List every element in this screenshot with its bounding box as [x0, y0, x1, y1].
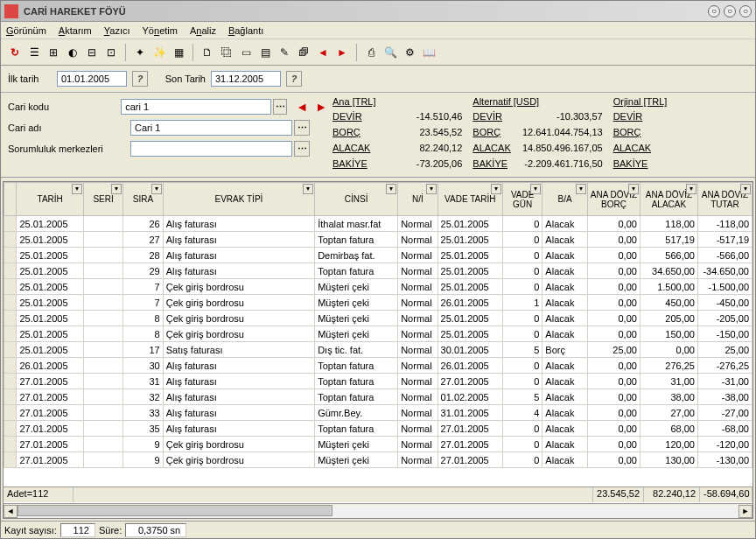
summary-devir-lbl-2[interactable]: DEVİR	[613, 111, 643, 122]
col-header-7[interactable]: VADE GÜN▾	[502, 183, 542, 216]
scroll-right-icon[interactable]: ►	[738, 505, 752, 518]
sort-icon-10[interactable]: ▾	[686, 184, 696, 194]
menu-yonetim[interactable]: Yönetim	[143, 25, 178, 36]
minimize-button[interactable]: ○	[708, 5, 720, 18]
col-header-5[interactable]: N/İ▾	[398, 183, 438, 216]
sort-icon-4[interactable]: ▾	[386, 184, 396, 194]
menu-gorunum[interactable]: Görünüm	[6, 25, 46, 36]
summary-alacak-lbl-1[interactable]: ALACAK	[472, 143, 510, 153]
menu-baglanti[interactable]: Bağlantı	[228, 25, 263, 36]
note-icon[interactable]: 🗊	[295, 44, 312, 61]
cari-adi-label: Cari adı	[8, 122, 130, 133]
next-icon[interactable]: ►	[333, 44, 351, 61]
last-date-input[interactable]	[211, 71, 281, 87]
tool-icon-5[interactable]: ▭	[237, 44, 255, 61]
summary-bakiye-lbl-1[interactable]: BAKİYE	[472, 158, 508, 169]
sort-icon-9[interactable]: ▾	[628, 184, 639, 194]
book-icon[interactable]: 📖	[420, 44, 438, 61]
sort-icon-3[interactable]: ▾	[303, 184, 313, 194]
col-header-4[interactable]: CİNSİ▾	[315, 183, 398, 216]
menu-yazici[interactable]: Yazıcı	[104, 25, 130, 36]
next-record-icon[interactable]: ►	[315, 100, 327, 114]
sorumluluk-input[interactable]	[130, 141, 292, 157]
menu-analiz[interactable]: Analiz	[190, 25, 216, 36]
table-row[interactable]: 25.01.200529Alış faturası Toptan faturaN…	[4, 263, 752, 279]
table-row[interactable]: 25.01.200517Satış faturası Dış tic. fat.…	[4, 342, 752, 358]
edit-icon[interactable]: ✎	[276, 44, 293, 61]
menu-aktarim[interactable]: Aktarım	[59, 25, 92, 36]
col-header-11[interactable]: ANA DÖVİZ TUTAR▾	[697, 183, 752, 216]
sort-icon-6[interactable]: ▾	[491, 184, 501, 194]
col-header-0[interactable]: TARİH▾	[17, 183, 83, 216]
col-header-8[interactable]: B/A▾	[542, 183, 588, 216]
table-row[interactable]: 25.01.200528Alış faturası Demirbaş fat.N…	[4, 248, 752, 263]
maximize-button[interactable]: ○	[724, 5, 736, 18]
cari-kodu-lookup[interactable]: ⋯	[273, 99, 288, 115]
table-row[interactable]: 27.01.20059Çek giriş bordrosu Müşteri çe…	[4, 437, 752, 452]
sort-icon-11[interactable]: ▾	[740, 184, 751, 194]
sort-icon-7[interactable]: ▾	[530, 184, 541, 194]
data-grid[interactable]: TARİH▾SERİ▾SIRA▾EVRAK TİPİ▾CİNSİ▾N/İ▾VAD…	[4, 182, 752, 468]
table-row[interactable]: 25.01.20057Çek giriş bordrosu Müşteri çe…	[4, 295, 752, 311]
summary-bakiye-lbl-2[interactable]: BAKİYE	[613, 158, 648, 169]
wand-icon[interactable]: ✦	[131, 44, 149, 61]
tool-icon-1[interactable]: ☰	[25, 44, 43, 61]
table-row[interactable]: 25.01.200527Alış faturası Toptan faturaN…	[4, 232, 752, 248]
col-header-10[interactable]: ANA DÖVİZ ALACAK▾	[640, 183, 697, 216]
table-row[interactable]: 27.01.200531Alış faturası Toptan faturaN…	[4, 374, 752, 389]
summary-borc-lbl-0[interactable]: BORÇ	[332, 127, 360, 137]
preview-icon[interactable]: 🔍	[382, 44, 399, 61]
summary-devir-lbl-1[interactable]: DEVİR	[472, 111, 502, 122]
prev-icon[interactable]: ◄	[314, 44, 332, 61]
horizontal-scrollbar[interactable]: ◄ ►	[4, 503, 752, 518]
new-doc-icon[interactable]: 🗋	[199, 44, 216, 61]
summary-devir-lbl-0[interactable]: DEVİR	[332, 111, 362, 122]
col-header-1[interactable]: SERİ▾	[83, 183, 122, 216]
summary-borc-lbl-2[interactable]: BORÇ	[613, 127, 641, 137]
summary-borc-lbl-1[interactable]: BORÇ	[472, 127, 500, 137]
table-row[interactable]: 27.01.200533Alış faturası Gümr.Bey.Norma…	[4, 405, 752, 421]
col-header-9[interactable]: ANA DÖVİZ BORÇ▾	[587, 183, 640, 216]
cari-kodu-input[interactable]	[121, 99, 270, 115]
chart-icon[interactable]: ◐	[64, 44, 81, 61]
settings-icon[interactable]: ⚙	[401, 44, 418, 61]
scroll-left-icon[interactable]: ◄	[4, 505, 18, 518]
sort-icon-0[interactable]: ▾	[72, 184, 82, 194]
sorumluluk-lookup[interactable]: ⋯	[294, 141, 310, 157]
table-row[interactable]: 27.01.200535Alış faturası Toptan faturaN…	[4, 421, 752, 437]
tool-icon-6[interactable]: ▤	[256, 44, 274, 61]
prev-record-icon[interactable]: ◄	[296, 100, 308, 114]
cari-adi-input[interactable]	[130, 120, 292, 136]
summary-bakiye-lbl-0[interactable]: BAKİYE	[332, 158, 368, 169]
tool-icon-3[interactable]: ⊡	[102, 44, 120, 61]
refresh-icon[interactable]: ↻	[6, 44, 24, 61]
table-row[interactable]: 25.01.200526Alış faturası İthalat masr.f…	[4, 216, 752, 232]
sort-icon-2[interactable]: ▾	[151, 184, 162, 194]
tree-icon[interactable]: ⊟	[83, 44, 101, 61]
table-row[interactable]: 25.01.20058Çek giriş bordrosu Müşteri çe…	[4, 326, 752, 342]
summary-alacak-lbl-2[interactable]: ALACAK	[613, 143, 651, 153]
sparkle-icon[interactable]: ✨	[150, 44, 168, 61]
copy-icon[interactable]: ⿻	[218, 44, 235, 61]
print-icon[interactable]: ⎙	[362, 44, 380, 61]
table-row[interactable]: 25.01.20057Çek giriş bordrosu Müşteri çe…	[4, 279, 752, 295]
col-header-6[interactable]: VADE TARİH▾	[438, 183, 502, 216]
sort-icon-1[interactable]: ▾	[111, 184, 122, 194]
first-date-input[interactable]	[57, 71, 127, 87]
col-header-2[interactable]: SIRA▾	[123, 183, 163, 216]
col-header-3[interactable]: EVRAK TİPİ▾	[163, 183, 314, 216]
tool-icon-4[interactable]: ▦	[170, 44, 187, 61]
first-date-help[interactable]: ?	[132, 71, 148, 87]
cari-adi-lookup[interactable]: ⋯	[294, 120, 310, 136]
sort-icon-8[interactable]: ▾	[576, 184, 586, 194]
scroll-thumb[interactable]	[18, 505, 332, 516]
table-row[interactable]: 25.01.20058Çek giriş bordrosu Müşteri çe…	[4, 311, 752, 326]
summary-alacak-lbl-0[interactable]: ALACAK	[332, 143, 370, 153]
tool-icon-2[interactable]: ⊞	[45, 44, 62, 61]
last-date-help[interactable]: ?	[286, 71, 302, 87]
close-button[interactable]: ○	[739, 5, 752, 18]
sort-icon-5[interactable]: ▾	[426, 184, 437, 194]
table-row[interactable]: 26.01.200530Alış faturası Toptan faturaN…	[4, 358, 752, 374]
table-row[interactable]: 27.01.20059Çek giriş bordrosu Müşteri çe…	[4, 452, 752, 468]
table-row[interactable]: 27.01.200532Alış faturası Toptan faturaN…	[4, 389, 752, 405]
